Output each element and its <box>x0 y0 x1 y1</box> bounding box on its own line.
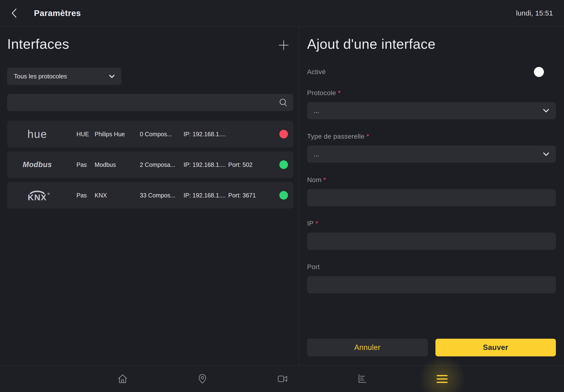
add-interface-panel: Ajout d'une interface Activé Protocole* … <box>300 27 564 365</box>
knx-logo: KNX® <box>7 189 67 201</box>
nom-input[interactable] <box>307 189 556 206</box>
port-cell: Port: 3671 <box>228 192 279 199</box>
modbus-logo: Modbus <box>7 160 67 169</box>
clock-text: lundi, 15:51 <box>516 9 553 17</box>
bottom-nav <box>0 365 564 392</box>
page-title: Paramètres <box>34 8 81 18</box>
add-interface-button[interactable] <box>278 40 289 51</box>
protocol-filter-value: Tous les protocoles <box>14 73 67 80</box>
protocol-cell: Philips Hue <box>95 131 140 138</box>
registered-mark: ® <box>47 192 50 195</box>
status-dot <box>279 130 288 138</box>
main-area: Interfaces Tous les protocoles <box>0 27 564 365</box>
port-label: Port <box>307 263 556 271</box>
enabled-toggle[interactable] <box>535 68 552 76</box>
video-camera-icon <box>277 373 288 385</box>
interfaces-panel: Interfaces Tous les protocoles <box>0 27 300 365</box>
top-bar: Paramètres lundi, 15:51 <box>0 0 564 26</box>
chevron-down-icon <box>543 152 549 156</box>
port-cell: Port: 502 <box>228 161 279 168</box>
chevron-down-icon <box>109 75 115 78</box>
plus-icon <box>278 40 289 51</box>
interface-list: hue HUE Philips Hue 0 Compos... IP: 192.… <box>7 121 293 209</box>
toggle-knob <box>534 67 544 77</box>
interface-row-knx[interactable]: KNX® Pas KNX 33 Compos... IP: 192.168.1.… <box>7 182 293 209</box>
nom-label: Nom* <box>307 176 556 184</box>
search-input[interactable] <box>13 94 276 111</box>
app-root: Paramètres lundi, 15:51 Interfaces Tous … <box>0 0 564 392</box>
nav-item-cameras[interactable] <box>276 373 289 385</box>
protocole-select[interactable]: ... <box>307 102 556 119</box>
protocole-label: Protocole* <box>307 89 556 97</box>
back-button[interactable] <box>11 7 22 19</box>
gateway-cell: HUE <box>76 131 95 138</box>
chevron-down-icon <box>543 109 549 112</box>
components-cell: 33 Compos... <box>140 192 183 199</box>
interfaces-header: Interfaces <box>7 37 293 51</box>
type-passerelle-select[interactable]: ... <box>307 146 556 163</box>
bar-chart-icon <box>357 373 368 385</box>
interface-row-modbus[interactable]: Modbus Pas Modbus 2 Composa... IP: 192.1… <box>7 151 293 178</box>
protocol-cell: KNX <box>95 192 140 199</box>
nav-item-stats[interactable] <box>356 373 368 385</box>
menu-icon <box>437 375 448 383</box>
ip-input[interactable] <box>307 233 556 250</box>
search-icon <box>279 98 288 107</box>
type-passerelle-label: Type de passerelle* <box>307 133 556 140</box>
search-field <box>7 94 293 111</box>
ip-cell: IP: 192.168.1.... <box>183 161 228 168</box>
required-asterisk: * <box>338 89 341 97</box>
home-icon <box>117 373 128 385</box>
hue-logo: hue <box>7 128 67 140</box>
ip-cell: IP: 192.168.1.... <box>183 192 228 199</box>
nav-item-home[interactable] <box>117 373 129 385</box>
status-dot <box>279 191 288 200</box>
gateway-cell: Pas <box>76 161 95 168</box>
status-dot <box>279 160 288 169</box>
enabled-row: Activé <box>307 68 556 76</box>
required-asterisk: * <box>323 176 326 183</box>
nav-item-locations[interactable] <box>196 373 208 385</box>
ip-label: IP* <box>307 220 556 227</box>
location-pin-icon <box>197 373 208 385</box>
components-cell: 2 Composa... <box>140 161 183 168</box>
chevron-left-icon <box>11 8 17 18</box>
required-asterisk: * <box>316 220 318 227</box>
ip-cell: IP: 192.168.1.... <box>183 131 228 138</box>
required-asterisk: * <box>366 133 369 140</box>
protocol-filter-select[interactable]: Tous les protocoles <box>7 68 121 85</box>
gateway-cell: Pas <box>76 192 95 199</box>
enabled-label: Activé <box>307 68 326 76</box>
interfaces-title: Interfaces <box>7 37 69 51</box>
cancel-button[interactable]: Annuler <box>307 339 428 356</box>
protocol-cell: Modbus <box>95 161 140 168</box>
save-button[interactable]: Sauver <box>435 339 556 356</box>
nav-item-menu-active[interactable] <box>436 373 448 385</box>
form-buttons: Annuler Sauver <box>307 339 556 356</box>
add-interface-title: Ajout d'une interface <box>307 37 556 51</box>
port-input[interactable] <box>307 276 556 293</box>
components-cell: 0 Compos... <box>140 131 183 138</box>
interface-row-hue[interactable]: hue HUE Philips Hue 0 Compos... IP: 192.… <box>7 121 293 147</box>
